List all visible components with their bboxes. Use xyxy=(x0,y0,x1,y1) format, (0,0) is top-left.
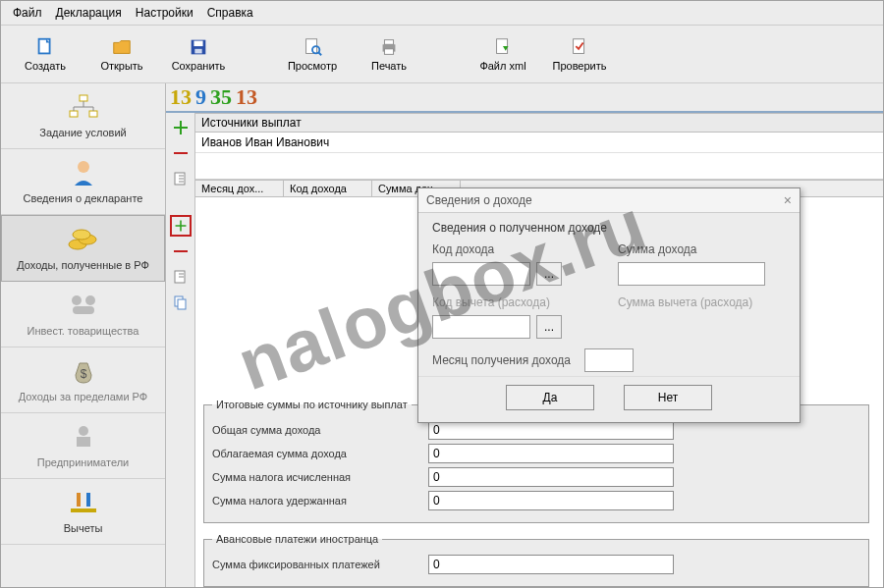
income-code-label: Код дохода xyxy=(432,242,600,256)
total-income-field[interactable] xyxy=(428,420,674,440)
deduction-code-field[interactable] xyxy=(432,315,530,339)
total-income-label: Общая сумма дохода xyxy=(212,424,428,436)
deduction-code-label: Код вычета (расхода) xyxy=(432,295,600,309)
menu-settings[interactable]: Настройки xyxy=(130,4,199,22)
sidebar-item-conditions[interactable]: Задание условий xyxy=(1,83,165,149)
preview-icon xyxy=(302,36,323,58)
plus-icon xyxy=(174,217,188,235)
dialog-title-text: Сведения о доходе xyxy=(426,193,532,207)
sidebar-item-invest[interactable]: Инвест. товарищества xyxy=(1,282,165,347)
copy-icon xyxy=(172,294,190,311)
svg-text:$: $ xyxy=(80,367,86,381)
fixed-payments-label: Сумма фиксированных платежей xyxy=(212,559,428,570)
svg-rect-12 xyxy=(80,95,87,101)
advance-legend: Авансовые платежи иностранца xyxy=(212,533,382,545)
dialog-close-button[interactable]: × xyxy=(784,192,792,208)
income-sum-field[interactable] xyxy=(618,262,765,286)
printer-icon xyxy=(378,36,400,58)
remove-income-row-button[interactable] xyxy=(170,241,192,262)
svg-rect-13 xyxy=(70,111,78,117)
add-income-row-button[interactable] xyxy=(170,215,192,237)
tax-calculated-field[interactable] xyxy=(428,467,674,487)
sidebar-item-entrepreneurs[interactable]: Предприниматели xyxy=(1,413,165,479)
svg-rect-26 xyxy=(174,152,188,154)
sidebar: Задание условий Сведения о декларанте До… xyxy=(1,83,166,588)
plus-icon xyxy=(172,119,190,136)
svg-rect-28 xyxy=(174,250,188,252)
svg-rect-25 xyxy=(71,508,96,512)
menu-help[interactable]: Справка xyxy=(201,4,259,22)
svg-point-15 xyxy=(78,161,89,173)
income-month-label: Месяц получения дохода xyxy=(432,353,571,367)
dialog-titlebar: Сведения о доходе × xyxy=(418,188,800,213)
preview-button[interactable]: Просмотр xyxy=(278,29,347,79)
edit-icon xyxy=(172,170,190,187)
dialog-yes-button[interactable]: Да xyxy=(506,385,594,410)
deductions-icon xyxy=(67,487,100,518)
svg-rect-8 xyxy=(384,40,393,45)
deduction-sum-label: Сумма вычета (расхода) xyxy=(618,295,786,309)
deduction-code-picker[interactable]: ... xyxy=(536,315,562,339)
copy-income-row-button[interactable] xyxy=(170,292,192,313)
svg-rect-21 xyxy=(73,306,94,314)
sources-header: Источники выплат xyxy=(195,113,883,133)
sources-list: Источники выплат Иванов Иван Иванович xyxy=(195,113,883,180)
create-button[interactable]: Создать xyxy=(11,29,80,79)
taxable-income-label: Облагаемая сумма дохода xyxy=(212,448,428,459)
rate-tab-13[interactable]: 13 xyxy=(170,86,192,108)
tax-rate-tabs: 13 9 35 13 xyxy=(166,83,883,113)
rate-tab-9[interactable]: 9 xyxy=(195,86,206,108)
svg-rect-2 xyxy=(193,41,202,47)
money-bag-icon: $ xyxy=(70,355,97,387)
minus-icon xyxy=(172,144,190,162)
add-source-button[interactable] xyxy=(170,117,192,138)
totals-legend: Итоговые суммы по источнику выплат xyxy=(212,399,412,410)
handshake-icon xyxy=(67,290,100,321)
print-button[interactable]: Печать xyxy=(355,29,423,79)
menubar: Файл Декларация Настройки Справка xyxy=(1,1,883,26)
col-code: Код дохода xyxy=(284,181,372,196)
svg-point-23 xyxy=(79,426,88,436)
main-toolbar: Создать Открыть Сохранить Просмотр Печат… xyxy=(1,26,883,83)
open-folder-icon xyxy=(111,36,133,58)
file-xml-button[interactable]: Файл xml xyxy=(469,29,537,79)
entrepreneur-icon xyxy=(69,421,98,453)
sidebar-item-income-rf[interactable]: Доходы, полученные в РФ xyxy=(1,215,165,282)
open-button[interactable]: Открыть xyxy=(87,29,156,79)
income-month-field[interactable] xyxy=(584,348,634,372)
check-button[interactable]: Проверить xyxy=(545,29,614,79)
hierarchy-icon xyxy=(67,91,100,123)
income-code-picker[interactable]: ... xyxy=(536,262,562,286)
svg-rect-24 xyxy=(77,437,90,447)
svg-rect-31 xyxy=(178,299,186,309)
edit-income-row-button[interactable] xyxy=(170,266,192,288)
floppy-icon xyxy=(188,36,209,58)
svg-rect-10 xyxy=(497,39,508,54)
sidebar-item-deductions[interactable]: Вычеты xyxy=(1,479,165,545)
rate-tab-35[interactable]: 35 xyxy=(210,86,232,108)
source-row[interactable]: Иванов Иван Иванович xyxy=(195,133,883,153)
taxable-income-field[interactable] xyxy=(428,444,674,463)
person-icon xyxy=(69,157,98,188)
sources-mini-toolbar xyxy=(166,113,195,588)
income-code-field[interactable] xyxy=(432,262,530,286)
tax-calculated-label: Сумма налога исчисленная xyxy=(212,471,428,483)
income-details-dialog: Сведения о доходе × Сведения о полученно… xyxy=(417,187,801,423)
remove-source-button[interactable] xyxy=(170,142,192,164)
save-button[interactable]: Сохранить xyxy=(164,29,233,79)
svg-rect-9 xyxy=(384,49,393,55)
sidebar-item-income-abroad[interactable]: $ Доходы за пределами РФ xyxy=(1,347,165,413)
file-xml-icon xyxy=(492,36,514,58)
tax-withheld-label: Сумма налога удержанная xyxy=(212,495,428,507)
rate-tab-13b[interactable]: 13 xyxy=(236,86,257,108)
svg-point-20 xyxy=(85,295,95,305)
edit-source-button[interactable] xyxy=(170,168,192,189)
menu-declaration[interactable]: Декларация xyxy=(50,4,128,22)
dialog-no-button[interactable]: Нет xyxy=(624,385,712,410)
tax-withheld-field[interactable] xyxy=(428,491,674,510)
col-month: Месяц дох... xyxy=(195,181,284,196)
fixed-payments-field[interactable] xyxy=(428,555,674,574)
dialog-group-title: Сведения о полученном доходе xyxy=(432,221,786,235)
menu-file[interactable]: Файл xyxy=(7,4,48,22)
sidebar-item-declarant[interactable]: Сведения о декларанте xyxy=(1,149,165,215)
